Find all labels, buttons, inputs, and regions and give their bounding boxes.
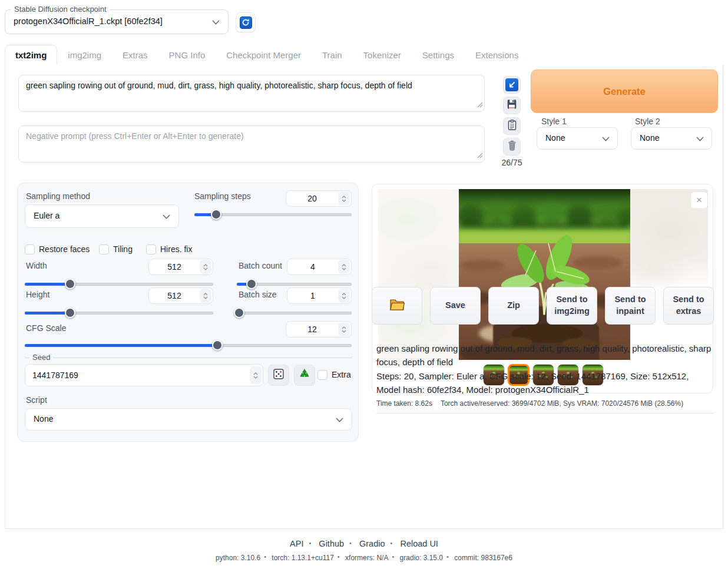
cfg-scale-slider[interactable]: [25, 340, 352, 350]
seed-form: Seed: [25, 358, 352, 392]
style1-dropdown[interactable]: None: [537, 127, 618, 150]
footer-link-github[interactable]: Github: [319, 539, 344, 548]
style2-dropdown[interactable]: None: [631, 127, 712, 150]
send-to-inpaint-button[interactable]: Send to inpaint: [605, 287, 656, 325]
floppy-disk-icon: [506, 98, 518, 113]
tab-png-info[interactable]: PNG Info: [158, 45, 216, 65]
chevron-down-icon: [163, 214, 170, 220]
generated-image[interactable]: [459, 189, 630, 360]
token-counter: 26/75: [501, 158, 522, 167]
version-xformers: xformers: N/A: [345, 554, 388, 562]
checkpoint-dropdown[interactable]: Stable Diffusion checkpoint protogenX34O…: [5, 9, 229, 34]
dice-icon: [273, 368, 284, 382]
stepper-icon[interactable]: [338, 191, 350, 206]
batch-size-slider[interactable]: [237, 307, 352, 318]
sampling-steps-input[interactable]: [286, 194, 338, 203]
tab-extras[interactable]: Extras: [112, 45, 158, 65]
sampler-dropdown[interactable]: Euler a: [25, 204, 179, 228]
slider-thumb[interactable]: [211, 209, 221, 220]
stepper-icon[interactable]: [200, 260, 211, 274]
prompt-field-wrap: green sapling rowing out of ground, mud,…: [18, 75, 485, 112]
separator-dot: •: [446, 553, 449, 560]
sampling-steps-field: [286, 190, 352, 207]
version-commit: commit: 983167e6: [454, 554, 512, 562]
negative-prompt-input[interactable]: [18, 125, 485, 163]
clear-prompt-button[interactable]: [503, 138, 521, 156]
batch-size-input[interactable]: [287, 291, 338, 300]
stepper-icon[interactable]: [250, 366, 262, 384]
save-style-button[interactable]: [503, 97, 521, 114]
seed-input[interactable]: [25, 370, 250, 380]
separator-dot: •: [392, 553, 394, 560]
width-input[interactable]: [149, 262, 200, 272]
save-button[interactable]: Save: [430, 287, 481, 325]
height-label: Height: [26, 290, 49, 299]
hires-fix-label: Hires. fix: [160, 244, 192, 254]
separator-dot: •: [349, 540, 352, 547]
tab-extensions[interactable]: Extensions: [465, 45, 529, 65]
close-icon[interactable]: ×: [690, 191, 708, 209]
gallery-ghost-previous: [378, 189, 459, 360]
apply-style-button[interactable]: [503, 117, 521, 135]
slider-thumb[interactable]: [65, 279, 75, 289]
chevron-down-icon: [212, 20, 220, 25]
restore-faces-checkbox[interactable]: [25, 244, 35, 254]
time-taken-text: Time taken: 8.62s: [376, 399, 432, 408]
extra-seed-checkbox[interactable]: [317, 370, 327, 380]
gallery-ghost-next: [630, 189, 708, 360]
sampling-steps-slider[interactable]: [194, 209, 352, 220]
folder-icon: [389, 298, 405, 314]
stepper-icon[interactable]: [338, 260, 350, 274]
generation-settings-panel: Sampling method Euler a Sampling steps R…: [17, 183, 359, 442]
tab-settings[interactable]: Settings: [412, 45, 465, 65]
refresh-checkpoints-button[interactable]: [236, 12, 256, 32]
footer-link-gradio[interactable]: Gradio: [359, 539, 385, 548]
tab-train[interactable]: Train: [312, 45, 353, 65]
tab-tokenizer[interactable]: Tokenizer: [353, 45, 412, 65]
tiling-checkbox[interactable]: [99, 244, 109, 254]
stepper-icon[interactable]: [200, 289, 211, 303]
separator-dot: •: [391, 540, 393, 547]
tab-txt2img[interactable]: txt2img: [5, 45, 57, 65]
reuse-seed-button[interactable]: [294, 365, 315, 386]
sampling-steps-label: Sampling steps: [194, 191, 251, 201]
script-dropdown[interactable]: None: [25, 408, 352, 431]
separator-dot: •: [264, 553, 266, 560]
style1-value: None: [545, 133, 565, 143]
slider-thumb[interactable]: [65, 307, 75, 318]
slider-thumb[interactable]: [212, 340, 223, 350]
tab-checkpoint-merger[interactable]: Checkpoint Merger: [216, 45, 312, 65]
stepper-icon[interactable]: [338, 289, 350, 303]
batch-size-label: Batch size: [239, 290, 277, 299]
prompt-input[interactable]: green sapling rowing out of ground, mud,…: [18, 75, 485, 112]
send-to-img2img-button[interactable]: Send to img2img: [547, 287, 597, 325]
stepper-icon[interactable]: [338, 322, 350, 336]
seed-field: [25, 364, 263, 386]
slider-thumb[interactable]: [234, 307, 244, 318]
refresh-icon: [240, 16, 252, 29]
batch-count-field: [287, 259, 352, 275]
height-slider[interactable]: [25, 307, 213, 318]
generate-button[interactable]: Generate: [531, 70, 718, 113]
paste-generation-params-button[interactable]: [503, 76, 521, 94]
send-to-extras-button[interactable]: Send to extras: [663, 287, 714, 325]
footer: API• Github• Gradio• Reload UI python: 3…: [0, 539, 728, 562]
tab-img2img[interactable]: img2img: [57, 45, 112, 65]
batch-size-field: [287, 287, 352, 304]
open-folder-button[interactable]: [372, 287, 422, 325]
width-label: Width: [26, 261, 47, 270]
cfg-scale-input[interactable]: [286, 325, 338, 334]
height-input[interactable]: [149, 291, 200, 300]
zip-button[interactable]: Zip: [488, 287, 539, 325]
main-tabbar: txt2img img2img Extras PNG Info Checkpoi…: [5, 45, 723, 65]
batch-count-input[interactable]: [287, 262, 338, 272]
hires-fix-checkbox[interactable]: [146, 244, 156, 254]
txt2img-panel: green sapling rowing out of ground, mud,…: [5, 65, 723, 529]
footer-link-reload-ui[interactable]: Reload UI: [400, 539, 438, 548]
version-python: python: 3.10.6: [216, 554, 260, 562]
footer-link-api[interactable]: API: [290, 539, 303, 548]
random-seed-button[interactable]: [268, 365, 289, 386]
style2-value: None: [640, 133, 659, 143]
slider-thumb[interactable]: [246, 279, 257, 289]
separator-dot: •: [309, 540, 311, 547]
